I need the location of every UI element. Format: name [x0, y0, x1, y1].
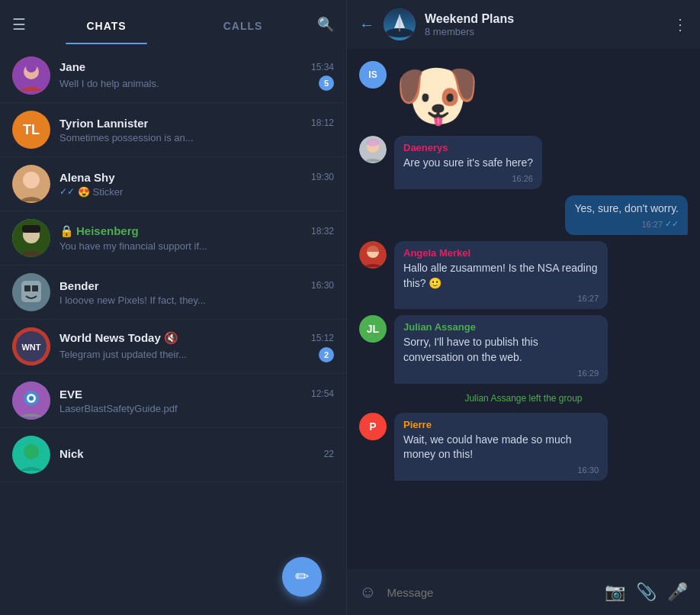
message-meta: 16:30 — [403, 465, 599, 475]
avatar — [12, 165, 50, 203]
chat-item-heis[interactable]: 🔒Heisenberg 18:32 You have my financial … — [0, 211, 346, 266]
chat-name-row: Bender 16:30 — [59, 279, 334, 292]
chat-name-row: World News Today 🔇 15:12 — [59, 331, 334, 345]
svg-rect-7 — [22, 225, 40, 233]
chat-content: 🔒Heisenberg 18:32 You have my financial … — [59, 224, 334, 252]
message-sender: Julian Assange — [403, 321, 599, 333]
message-avatar — [359, 136, 387, 163]
chat-content: World News Today 🔇 15:12 Telegram just u… — [59, 331, 334, 362]
chat-name-row: 🔒Heisenberg 18:32 — [59, 224, 334, 238]
chat-name: Alena Shy — [59, 171, 115, 184]
chat-time: 19:30 — [311, 172, 334, 182]
back-button[interactable]: ← — [359, 16, 374, 34]
chat-item-wnt[interactable]: WNT World News Today 🔇 15:12 Telegram ju… — [0, 320, 346, 374]
chat-name: Jane — [59, 60, 85, 73]
avatar: TL — [12, 111, 50, 149]
avatar — [12, 273, 50, 311]
message-avatar: P — [359, 413, 387, 440]
message-bubble: Daenerys Are you sure it's safe here? 16… — [394, 136, 542, 189]
chat-name: 🔒Heisenberg — [59, 224, 139, 238]
message-sender: Daenerys — [403, 142, 533, 153]
group-name: Weekend Plans — [425, 12, 663, 26]
svg-point-20 — [24, 444, 39, 459]
tab-calls[interactable]: CALLS — [175, 5, 311, 44]
chat-name-row: Nick 22 — [59, 447, 334, 460]
chat-preview: LaserBlastSafetyGuide.pdf — [59, 403, 334, 414]
chat-item-jane[interactable]: Jane 15:34 Well I do help animals. 5 — [0, 49, 346, 103]
avatar: WNT — [12, 327, 50, 365]
message-meta: 16:26 — [403, 174, 533, 183]
chat-content: EVE 12:54 LaserBlastSafetyGuide.pdf — [59, 388, 334, 414]
message-meta: 16:29 — [403, 369, 599, 378]
compose-button[interactable]: ✏ — [282, 557, 322, 597]
message-bubble: Julian Assange Sorry, I'll have to publi… — [394, 315, 608, 383]
chat-preview: Telegram just updated their... 2 — [59, 347, 334, 362]
menu-icon[interactable]: ☰ — [12, 15, 26, 34]
message-text: Yes, sure, don't worry. — [574, 201, 679, 217]
avatar — [12, 56, 50, 95]
camera-icon[interactable]: 📷 — [605, 582, 625, 602]
chat-header: ← Weekend Plans 8 members ⋮ — [347, 0, 700, 49]
message-meta: 16:27 ✓✓ — [574, 219, 679, 229]
chat-name: EVE — [59, 388, 82, 401]
group-avatar — [384, 8, 416, 40]
message-avatar: JL — [359, 315, 387, 343]
chat-name-row: EVE 12:54 — [59, 388, 334, 401]
chat-time: 15:12 — [311, 333, 334, 343]
svg-rect-30 — [365, 246, 381, 252]
message-bubble: Yes, sure, don't worry. 16:27 ✓✓ — [565, 195, 688, 236]
svg-point-18 — [29, 396, 34, 401]
avatar — [12, 436, 50, 474]
chat-time: 12:54 — [311, 388, 334, 399]
search-icon[interactable]: 🔍 — [317, 16, 334, 33]
tab-chats[interactable]: CHATS — [38, 5, 175, 44]
chat-header-info: Weekend Plans 8 members — [425, 12, 663, 37]
message-meta: 16:27 — [403, 294, 599, 303]
left-panel: ☰ CHATS CALLS 🔍 Jane 15:34 Well I do hel… — [0, 0, 347, 615]
chat-item-bender[interactable]: Bender 16:30 I looove new Pixels! If fac… — [0, 266, 346, 320]
message-input[interactable] — [387, 586, 594, 599]
system-message: Julian Assange left the group — [359, 390, 688, 407]
chat-footer: ☺ 📷 📎 🎤 — [347, 569, 700, 615]
incoming-message: JL Julian Assange Sorry, I'll have to pu… — [359, 315, 688, 383]
chat-item-nick[interactable]: Nick 22 — [0, 428, 346, 482]
incoming-message: Daenerys Are you sure it's safe here? 16… — [359, 136, 688, 189]
chat-time: 18:32 — [311, 226, 334, 237]
message-sender: Pierre — [403, 419, 599, 430]
svg-point-4 — [23, 172, 40, 188]
attachment-icon[interactable]: 📎 — [636, 582, 657, 602]
chat-time: 18:12 — [311, 118, 334, 128]
emoji-icon[interactable]: ☺ — [359, 582, 376, 602]
unread-badge: 2 — [319, 347, 334, 362]
svg-text:WNT: WNT — [21, 343, 40, 352]
more-button[interactable]: ⋮ — [673, 15, 688, 34]
chat-name: World News Today 🔇 — [59, 331, 178, 345]
outgoing-message: Yes, sure, don't worry. 16:27 ✓✓ — [359, 195, 688, 236]
mic-icon[interactable]: 🎤 — [667, 582, 688, 602]
chat-item-eve[interactable]: EVE 12:54 LaserBlastSafetyGuide.pdf — [0, 374, 346, 428]
svg-rect-11 — [32, 285, 38, 291]
chat-content: Tyrion Lannister 18:12 Sometimes possess… — [59, 117, 334, 143]
message-avatar: IS — [359, 61, 387, 89]
chat-name: Nick — [59, 447, 84, 460]
message-bubble: Pierre Wait, we could have made so much … — [394, 413, 608, 481]
message-avatar — [359, 241, 387, 269]
chat-preview: You have my financial support if... — [59, 240, 334, 252]
message-sender: Angela Merkel — [403, 247, 599, 259]
avatar — [12, 382, 50, 420]
chat-item-alena[interactable]: Alena Shy 19:30 ✓✓😍 Sticker — [0, 157, 346, 211]
chat-content: Nick 22 — [59, 447, 334, 462]
message-text: Hallo alle zusammen! Is the NSA reading … — [403, 261, 599, 291]
message-text: Wait, we could have made so much money o… — [403, 433, 599, 462]
chat-content: Jane 15:34 Well I do help animals. 5 — [59, 60, 334, 91]
chat-item-tyrion[interactable]: TL Tyrion Lannister 18:12 Sometimes poss… — [0, 103, 346, 157]
chat-name: Tyrion Lannister — [59, 117, 148, 130]
chat-name-row: Jane 15:34 — [59, 60, 334, 73]
chat-time: 15:34 — [311, 62, 334, 72]
svg-point-2 — [26, 62, 37, 72]
chat-name: Bender — [59, 279, 99, 292]
avatar — [12, 219, 50, 257]
group-members: 8 members — [425, 26, 663, 37]
chat-name-row: Tyrion Lannister 18:12 — [59, 117, 334, 130]
message-text: Sorry, I'll have to publish this convers… — [403, 335, 599, 365]
